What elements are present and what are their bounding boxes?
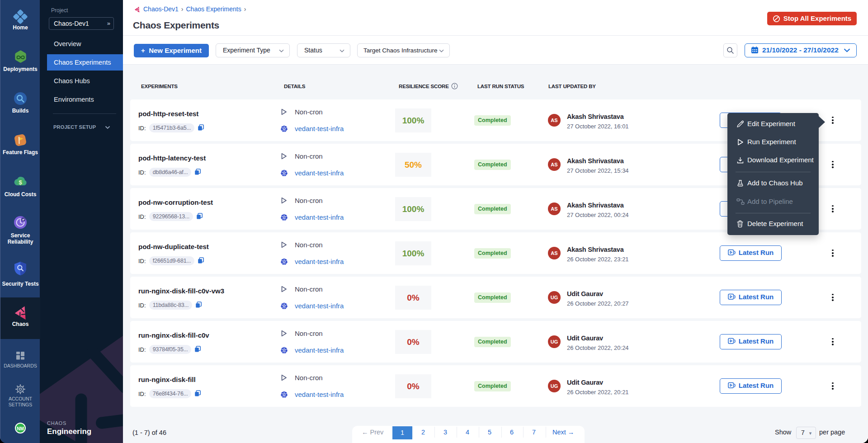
svg-text:$: $ bbox=[19, 179, 22, 186]
